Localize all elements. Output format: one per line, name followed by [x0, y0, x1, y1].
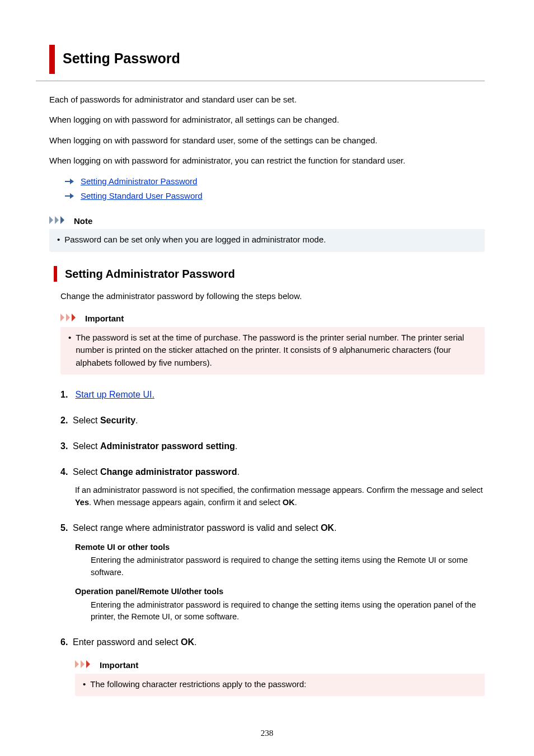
- important-heading: Important: [75, 657, 485, 674]
- chevrons-right-icon: [75, 659, 95, 672]
- bullet-dot: •: [57, 234, 60, 246]
- step-number: 2.: [60, 414, 73, 427]
- start-remote-ui-link[interactable]: Start up Remote UI.: [75, 390, 154, 399]
- step-2: 2.Select Security.: [60, 414, 485, 427]
- intro-paragraph: Each of passwords for administrator and …: [49, 94, 485, 106]
- important-text: The password is set at the time of purch…: [76, 332, 477, 370]
- svg-marker-1: [70, 179, 74, 184]
- note-item: • Password can be set only when you are …: [57, 234, 477, 246]
- step-text: Select Change administrator password.: [73, 467, 240, 477]
- important-title: Important: [100, 659, 138, 672]
- svg-marker-12: [86, 660, 90, 668]
- important-text: The following character restrictions app…: [90, 678, 306, 691]
- heading-accent-bar: [54, 266, 57, 282]
- note-text: Password can be set only when you are lo…: [64, 234, 326, 246]
- step-5: 5.Select range where administrator passw…: [60, 521, 485, 624]
- important-heading: Important: [60, 310, 485, 327]
- definition-term: Operation panel/Remote UI/other tools: [75, 586, 485, 598]
- svg-rect-2: [65, 195, 70, 197]
- section-heading-block: Setting Administrator Password: [54, 265, 485, 282]
- title-underline: [36, 81, 485, 81]
- step-6: 6.Enter password and select OK. Importan…: [60, 636, 485, 696]
- page-number: 238: [0, 727, 534, 740]
- step-text: Select Security.: [73, 416, 138, 425]
- svg-marker-11: [81, 660, 85, 668]
- definition-body: Entering the administrator password is r…: [91, 554, 485, 579]
- arrow-right-icon: [65, 178, 74, 185]
- page-title-block: Setting Password: [49, 45, 485, 74]
- svg-marker-7: [60, 314, 64, 321]
- link-list-item: Setting Administrator Password: [65, 175, 485, 188]
- important-callout: Important • The following character rest…: [75, 657, 485, 696]
- step-number: 6.: [60, 636, 73, 649]
- chevrons-right-icon: [49, 215, 69, 228]
- page-title: Setting Password: [63, 50, 180, 66]
- step-number: 3.: [60, 440, 73, 453]
- step-1: 1. Start up Remote UI.: [60, 388, 485, 402]
- svg-marker-10: [75, 660, 79, 668]
- svg-marker-5: [55, 216, 59, 224]
- step-number: 1.: [60, 388, 73, 402]
- arrow-right-icon: [65, 193, 74, 199]
- svg-marker-8: [66, 314, 70, 321]
- step-body: If an administrator password is not spec…: [75, 484, 485, 509]
- step-text: Select range where administrator passwor…: [73, 523, 336, 533]
- link-list-item: Setting Standard User Password: [65, 190, 485, 203]
- intro-paragraph: When logging on with password for admini…: [49, 155, 485, 167]
- step-4: 4.Select Change administrator password. …: [60, 465, 485, 509]
- svg-rect-0: [65, 181, 70, 182]
- setting-admin-password-link[interactable]: Setting Administrator Password: [81, 175, 197, 188]
- steps-list: 1. Start up Remote UI. 2.Select Security…: [60, 388, 485, 696]
- section-title: Setting Administrator Password: [65, 265, 235, 282]
- svg-marker-3: [70, 193, 74, 199]
- important-callout: Important • The password is set at the t…: [60, 310, 485, 375]
- step-text: Select Administrator password setting.: [73, 441, 237, 451]
- note-title: Note: [74, 215, 92, 228]
- step-3: 3.Select Administrator password setting.: [60, 440, 485, 453]
- section-lead: Change the administrator password by fol…: [60, 290, 485, 303]
- definition-body: Entering the administrator password is r…: [91, 599, 485, 624]
- link-list: Setting Administrator Password Setting S…: [65, 175, 485, 203]
- important-item: • The password is set at the time of pur…: [68, 332, 477, 370]
- note-callout: Note • Password can be set only when you…: [49, 213, 485, 252]
- svg-marker-6: [60, 216, 64, 224]
- chevrons-right-icon: [60, 312, 81, 325]
- step-text: Enter password and select OK.: [73, 637, 196, 647]
- bullet-dot: •: [83, 678, 86, 691]
- intro-paragraph: When logging on with password for admini…: [49, 114, 485, 127]
- step-number: 5.: [60, 521, 73, 535]
- important-item: • The following character restrictions a…: [83, 678, 477, 691]
- svg-marker-4: [49, 216, 53, 224]
- svg-marker-9: [72, 314, 76, 321]
- step-number: 4.: [60, 465, 73, 479]
- setting-standard-user-password-link[interactable]: Setting Standard User Password: [81, 190, 203, 203]
- important-title: Important: [85, 312, 124, 325]
- definition-term: Remote UI or other tools: [75, 542, 485, 554]
- bullet-dot: •: [68, 332, 71, 370]
- intro-paragraph: When logging on with password for standa…: [49, 134, 485, 147]
- note-heading: Note: [49, 213, 485, 230]
